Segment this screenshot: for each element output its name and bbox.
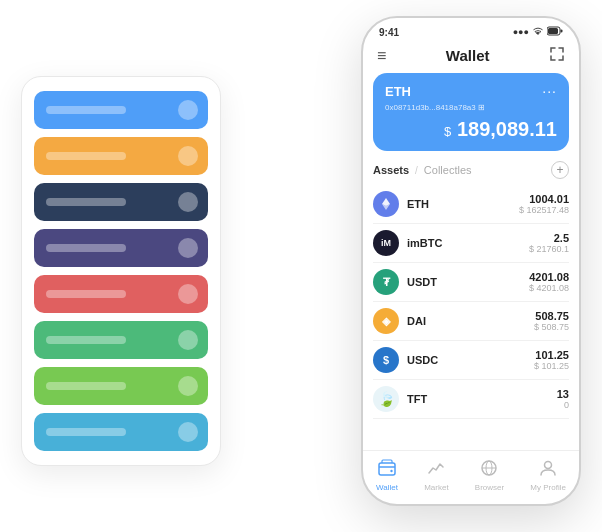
assets-header: Assets / Collectles + — [373, 161, 569, 179]
asset-name-dai: DAI — [407, 315, 534, 327]
nav-market[interactable]: Market — [424, 459, 448, 492]
battery-icon — [547, 26, 563, 38]
card-dot — [178, 422, 198, 442]
imbtc-icon: iM — [373, 230, 399, 256]
usdc-asset-usd: $ 101.25 — [534, 361, 569, 371]
header-title: Wallet — [446, 47, 490, 64]
eth-card-header: ETH ··· — [385, 83, 557, 99]
tft-asset-balance: 13 — [557, 388, 569, 400]
asset-item-imbtc[interactable]: iM imBTC 2.5 $ 21760.1 — [373, 224, 569, 263]
dai-icon: ◈ — [373, 308, 399, 334]
eth-icon — [373, 191, 399, 217]
scene: 9:41 ●●● ≡ Wallet E — [21, 16, 581, 516]
browser-nav-label: Browser — [475, 483, 504, 492]
eth-card[interactable]: ETH ··· 0x08711d3b...8418a78a3 ⊞ $ 189,0… — [373, 73, 569, 151]
asset-name-tft: TFT — [407, 393, 557, 405]
card-dot — [178, 376, 198, 396]
asset-list: ETH 1004.01 $ 162517.48 iM imBTC 2.5 $ 2… — [373, 185, 569, 450]
asset-item-usdt[interactable]: ₮ USDT 4201.08 $ 4201.08 — [373, 263, 569, 302]
asset-amounts-imbtc: 2.5 $ 21760.1 — [529, 232, 569, 254]
asset-amounts-usdt: 4201.08 $ 4201.08 — [529, 271, 569, 293]
phone-mockup: 9:41 ●●● ≡ Wallet E — [361, 16, 581, 506]
dai-asset-usd: $ 508.75 — [534, 322, 569, 332]
asset-amounts-tft: 13 0 — [557, 388, 569, 410]
card-dot — [178, 146, 198, 166]
usdt-asset-balance: 4201.08 — [529, 271, 569, 283]
bottom-nav: Wallet Market Browser My Profile — [363, 450, 579, 504]
phone-header: ≡ Wallet — [363, 42, 579, 73]
usdt-asset-usd: $ 4201.08 — [529, 283, 569, 293]
nav-wallet[interactable]: Wallet — [376, 459, 398, 492]
asset-amounts-dai: 508.75 $ 508.75 — [534, 310, 569, 332]
asset-item-tft[interactable]: 🍃 TFT 13 0 — [373, 380, 569, 419]
tab-assets[interactable]: Assets — [373, 164, 409, 176]
tft-asset-usd: 0 — [557, 400, 569, 410]
tab-collectibles[interactable]: Collectles — [424, 164, 472, 176]
phone-content: ETH ··· 0x08711d3b...8418a78a3 ⊞ $ 189,0… — [363, 73, 579, 450]
dollar-sign: $ — [444, 124, 451, 139]
asset-amounts-usdc: 101.25 $ 101.25 — [534, 349, 569, 371]
imbtc-asset-balance: 2.5 — [529, 232, 569, 244]
imbtc-asset-usd: $ 21760.1 — [529, 244, 569, 254]
card-dot — [178, 284, 198, 304]
card-row[interactable] — [34, 229, 208, 267]
eth-asset-balance: 1004.01 — [519, 193, 569, 205]
svg-rect-5 — [379, 463, 395, 475]
add-icon: + — [556, 163, 563, 177]
wallet-nav-label: Wallet — [376, 483, 398, 492]
card-row[interactable] — [34, 91, 208, 129]
card-row[interactable] — [34, 275, 208, 313]
menu-icon[interactable]: ≡ — [377, 47, 386, 65]
wallet-card-panel — [21, 76, 221, 466]
eth-more-button[interactable]: ··· — [542, 83, 557, 99]
eth-asset-usd: $ 162517.48 — [519, 205, 569, 215]
usdc-asset-balance: 101.25 — [534, 349, 569, 361]
asset-item-dai[interactable]: ◈ DAI 508.75 $ 508.75 — [373, 302, 569, 341]
tab-separator: / — [415, 165, 418, 176]
asset-name-imbtc: imBTC — [407, 237, 529, 249]
asset-amounts-eth: 1004.01 $ 162517.48 — [519, 193, 569, 215]
browser-nav-icon — [480, 459, 498, 481]
wallet-nav-icon — [378, 459, 396, 481]
signal-icon: ●●● — [513, 27, 529, 37]
card-row[interactable] — [34, 137, 208, 175]
nav-browser[interactable]: Browser — [475, 459, 504, 492]
card-row[interactable] — [34, 367, 208, 405]
tft-icon: 🍃 — [373, 386, 399, 412]
svg-rect-2 — [548, 28, 558, 34]
card-row[interactable] — [34, 413, 208, 451]
nav-profile[interactable]: My Profile — [530, 459, 566, 492]
eth-address: 0x08711d3b...8418a78a3 ⊞ — [385, 103, 557, 112]
card-dot — [178, 238, 198, 258]
expand-icon[interactable] — [549, 46, 565, 65]
profile-nav-icon — [539, 459, 557, 481]
asset-item-eth[interactable]: ETH 1004.01 $ 162517.48 — [373, 185, 569, 224]
usdt-icon: ₮ — [373, 269, 399, 295]
status-icons: ●●● — [513, 26, 563, 38]
eth-balance: $ 189,089.11 — [385, 118, 557, 141]
status-time: 9:41 — [379, 27, 399, 38]
asset-name-usdt: USDT — [407, 276, 529, 288]
usdc-icon: $ — [373, 347, 399, 373]
add-asset-button[interactable]: + — [551, 161, 569, 179]
dai-asset-balance: 508.75 — [534, 310, 569, 322]
market-nav-icon — [427, 459, 445, 481]
status-bar: 9:41 ●●● — [363, 18, 579, 42]
svg-point-10 — [545, 462, 552, 469]
card-dot — [178, 330, 198, 350]
profile-nav-label: My Profile — [530, 483, 566, 492]
market-nav-label: Market — [424, 483, 448, 492]
card-row[interactable] — [34, 183, 208, 221]
svg-rect-1 — [561, 30, 563, 33]
wifi-icon — [532, 26, 544, 38]
card-dot — [178, 100, 198, 120]
asset-name-eth: ETH — [407, 198, 519, 210]
card-row[interactable] — [34, 321, 208, 359]
svg-point-6 — [390, 470, 392, 472]
eth-symbol: ETH — [385, 84, 411, 99]
asset-name-usdc: USDC — [407, 354, 534, 366]
asset-item-usdc[interactable]: $ USDC 101.25 $ 101.25 — [373, 341, 569, 380]
card-dot — [178, 192, 198, 212]
assets-tabs: Assets / Collectles — [373, 164, 472, 176]
eth-balance-value: 189,089.11 — [457, 118, 557, 140]
